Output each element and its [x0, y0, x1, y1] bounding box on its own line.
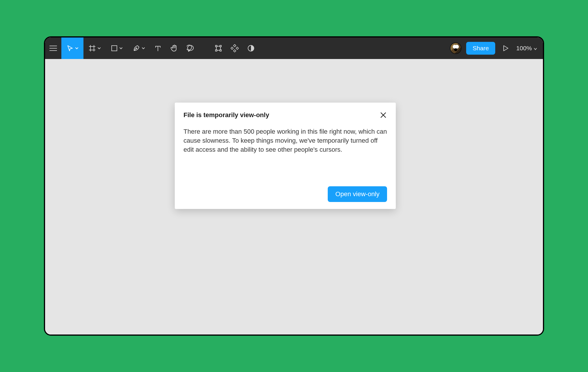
canvas[interactable]: File is temporarily view-only There are …	[45, 59, 543, 335]
svg-rect-18	[215, 50, 217, 51]
pen-tool[interactable]	[128, 37, 150, 59]
edit-object-icon	[215, 44, 222, 52]
present-button[interactable]	[500, 37, 512, 59]
toolbar-left	[45, 37, 259, 59]
components-icon	[231, 44, 239, 52]
modal-title: File is temporarily view-only	[183, 111, 269, 119]
cursor-icon	[67, 45, 74, 52]
toolbar: Share 100%	[45, 37, 543, 59]
main-menu-button[interactable]	[45, 37, 61, 59]
svg-rect-16	[215, 45, 217, 47]
svg-rect-21	[234, 50, 236, 52]
svg-rect-19	[220, 50, 221, 51]
chevron-down-icon	[142, 47, 145, 49]
chevron-down-icon	[534, 45, 537, 52]
svg-rect-7	[112, 46, 117, 51]
play-icon	[503, 45, 509, 51]
frame-tool[interactable]	[83, 37, 106, 59]
chevron-down-icon	[75, 47, 78, 49]
view-only-modal: File is temporarily view-only There are …	[175, 103, 396, 209]
comment-tool[interactable]	[182, 37, 199, 59]
shape-tool[interactable]	[106, 37, 128, 59]
pen-icon	[133, 44, 140, 52]
comment-icon	[187, 44, 194, 52]
text-tool[interactable]	[150, 37, 166, 59]
move-tool[interactable]	[61, 37, 83, 59]
hand-tool[interactable]	[166, 37, 182, 59]
svg-rect-17	[220, 45, 221, 47]
close-icon	[380, 114, 386, 119]
mask-icon	[247, 44, 255, 52]
chevron-down-icon	[98, 47, 101, 49]
modal-body: There are more than 500 people working i…	[183, 127, 387, 154]
rectangle-icon	[111, 45, 118, 52]
svg-marker-25	[504, 46, 508, 51]
hand-icon	[170, 44, 178, 52]
edit-object-tool[interactable]	[210, 37, 227, 59]
svg-rect-22	[231, 47, 233, 49]
zoom-label: 100%	[516, 45, 532, 52]
open-view-only-button[interactable]: Open view-only	[328, 186, 387, 202]
mask-tool[interactable]	[243, 37, 259, 59]
zoom-control[interactable]: 100%	[516, 45, 537, 52]
frame-icon	[88, 44, 96, 52]
hamburger-icon	[49, 45, 57, 51]
share-button[interactable]: Share	[466, 42, 495, 55]
svg-rect-20	[234, 44, 236, 47]
svg-rect-23	[236, 47, 238, 49]
toolbar-right: Share 100%	[450, 37, 543, 59]
avatar[interactable]	[450, 42, 462, 54]
modal-close-button[interactable]	[379, 111, 387, 120]
components-tool[interactable]	[227, 37, 243, 59]
chevron-down-icon	[120, 47, 122, 49]
app-window: Share 100% File is tempora	[44, 36, 544, 336]
text-icon	[154, 45, 161, 52]
